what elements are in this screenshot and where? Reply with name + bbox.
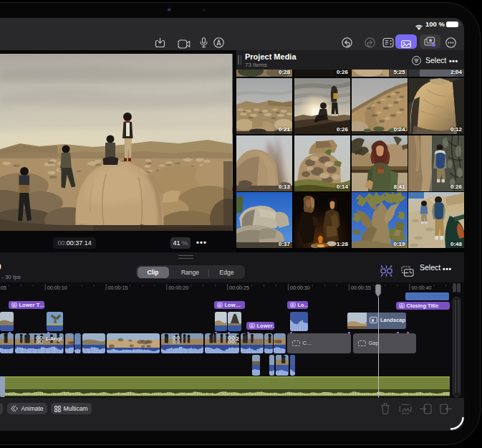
svg-text:00:00:10: 00:00:10: [47, 285, 67, 291]
svg-text:00:00:25: 00:00:25: [229, 285, 249, 291]
svg-text:00:00:40: 00:00:40: [412, 285, 432, 291]
svg-text:00:00:15: 00:00:15: [108, 285, 128, 291]
svg-text:00:00:35: 00:00:35: [351, 285, 371, 291]
svg-text:00:00:05: 00:00:05: [0, 285, 6, 291]
svg-text:00:00:20: 00:00:20: [168, 285, 188, 291]
svg-text:00:00:30: 00:00:30: [290, 285, 310, 291]
